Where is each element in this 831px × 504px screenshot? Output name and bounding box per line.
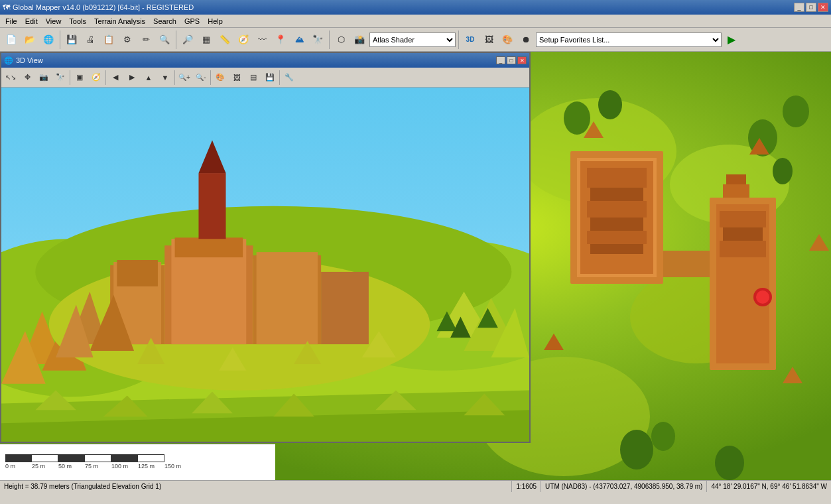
shader-btn2[interactable]: 🎨 [499,31,516,48]
feature-button[interactable]: ⬡ [332,31,350,48]
svg-point-9 [783,95,809,127]
3d-left-btn[interactable]: ◀ [107,70,123,86]
scale-bar-area: 0 m 25 m 50 m 75 m 100 m 125 m 150 m [0,444,275,480]
svg-rect-28 [723,184,749,198]
3d-settings-btn[interactable]: 🔧 [281,70,297,86]
3d-camera-btn[interactable]: 📷 [36,70,52,86]
status-bar: Height = 38.79 meters (Triangulated Elev… [0,480,831,492]
menu-terrain-analysis[interactable]: Terrain Analysis [90,17,149,26]
play-button[interactable]: ▶ [723,31,740,48]
3d-zoom-in-btn[interactable]: 🔍+ [176,70,192,86]
menu-file[interactable]: File [1,17,21,26]
3d-viewport[interactable] [1,88,529,442]
svg-rect-62 [257,252,318,344]
toolbar-sep-4 [458,31,459,49]
binoculars-button[interactable]: 🔭 [309,31,326,48]
shader-select[interactable]: Atlas Shader Elevation Shader Slope Shad… [369,32,456,47]
3d-maximize-button[interactable]: □ [507,56,516,64]
menu-edit[interactable]: Edit [21,17,42,26]
navigate-button[interactable]: 🧭 [235,31,252,48]
3d-toolbar: ↖↘ ✥ 📷 🔭 ▣ 🧭 ◀ ▶ ▲ ▼ 🔍+ 🔍- 🎨 🖼 ▤ 💾 🔧 [1,68,529,88]
svg-rect-17 [590,188,643,201]
3d-view-titlebar: 🌐 3D View _ □ ✕ [1,53,529,68]
3d-right-btn[interactable]: ▶ [124,70,140,86]
app-icon: 🗺 [3,3,10,11]
height-status-text: Height = 38.79 meters (Triangulated Elev… [4,483,161,490]
3d-terrain-svg [1,88,529,442]
title-bar: 🗺 Global Mapper v14.0 (b091212) [64-bit]… [0,0,831,15]
menu-help[interactable]: Help [204,17,227,26]
svg-point-5 [564,101,590,135]
3d-title: 3D View [16,56,43,64]
svg-rect-16 [587,168,647,188]
minimize-button[interactable]: _ [794,3,804,12]
svg-point-8 [773,158,793,184]
3d-close-button[interactable]: ✕ [517,56,527,64]
3d-select-btn[interactable]: ↖↘ [3,70,19,86]
favorites-select[interactable]: Setup Favorites List... [536,32,722,47]
svg-rect-18 [587,201,647,218]
scale-label-75m: 75 m [85,463,111,470]
svg-rect-27 [663,251,710,277]
toolbar-sep-3 [329,31,330,49]
3d-binoculars-btn[interactable]: 🔭 [52,70,68,86]
3d-view-window: 🌐 3D View _ □ ✕ ↖↘ ✥ 📷 🔭 ▣ 🧭 ◀ ▶ ▲ ▼ 🔍+ [0,52,531,443]
svg-point-11 [651,422,675,451]
open-button[interactable]: 📂 [21,31,38,48]
3d-down-btn[interactable]: ▼ [157,70,173,86]
waypoint-button[interactable]: 📍 [272,31,289,48]
coordinates-status: 44° 18' 29.0167" N, 69° 46' 51.8634" W [707,481,831,492]
scale-label-0m: 0 m [5,463,32,470]
layer-button[interactable]: 📋 [100,31,117,48]
3d-compass-btn[interactable]: 🧭 [88,70,104,86]
title-bar-controls[interactable]: _ □ ✕ [794,3,828,12]
capture-button[interactable]: 📸 [351,31,368,48]
3d-pan-btn[interactable]: ✥ [19,70,35,86]
3d-render-btn[interactable]: 🖼 [229,70,245,86]
3d-titlebar-left: 🌐 3D View [4,56,43,65]
menu-bar: File Edit View Tools Terrain Analysis Se… [0,15,831,28]
globe-button[interactable]: 🌐 [40,31,57,48]
toolbar-sep-1 [60,31,60,49]
measure-button[interactable]: 📏 [216,31,233,48]
3d-sep-5 [279,70,280,85]
3d-sep-4 [210,70,211,85]
menu-tools[interactable]: Tools [65,17,90,26]
3d-grid-btn[interactable]: ▣ [72,70,88,86]
menu-search[interactable]: Search [149,17,180,26]
3d-texture-btn[interactable]: 🎨 [212,70,228,86]
3d-sep-2 [105,70,106,85]
zoom-tool-button[interactable]: 🔍 [156,31,173,48]
scale-status: 1:1605 [512,481,541,492]
close-button[interactable]: ✕ [818,3,828,12]
3d-save-btn[interactable]: 💾 [262,70,278,86]
3d-up-btn[interactable]: ▲ [141,70,157,86]
config-button[interactable]: ⚙ [119,31,136,48]
3d-controls[interactable]: _ □ ✕ [496,56,527,64]
3d-zoom-out-btn[interactable]: 🔍- [193,70,209,86]
svg-rect-25 [723,227,763,241]
3d-icon: 🌐 [4,56,13,65]
svg-rect-26 [720,241,766,257]
record-button[interactable]: ⏺ [517,31,535,48]
svg-point-12 [715,446,744,480]
menu-gps[interactable]: GPS [180,17,204,26]
menu-view[interactable]: View [42,17,66,26]
area-button[interactable]: ▦ [198,31,215,48]
3d-minimize-button[interactable]: _ [496,56,505,64]
export-button[interactable]: 💾 [63,31,80,48]
svg-rect-19 [590,218,643,231]
zoom-in-button[interactable]: 🔎 [179,31,196,48]
print-button[interactable]: 🖨 [82,31,99,48]
3d-sep-1 [70,70,70,85]
maximize-button[interactable]: □ [806,3,816,12]
3d-layer-btn[interactable]: ▤ [245,70,261,86]
path-button[interactable]: 〰 [253,31,271,48]
new-button[interactable]: 📄 [3,31,20,48]
render-button[interactable]: 🖼 [480,31,497,48]
edit-tool-button[interactable]: ✏ [137,31,155,48]
3d-view-button[interactable]: 3D [462,31,479,48]
main-toolbar: 📄 📂 🌐 💾 🖨 📋 ⚙ ✏ 🔍 🔎 ▦ 📏 🧭 〰 📍 ⛰ 🔭 ⬡ 📸 At… [0,28,831,52]
terrain3d-button[interactable]: ⛰ [290,31,308,48]
svg-point-10 [620,430,653,470]
